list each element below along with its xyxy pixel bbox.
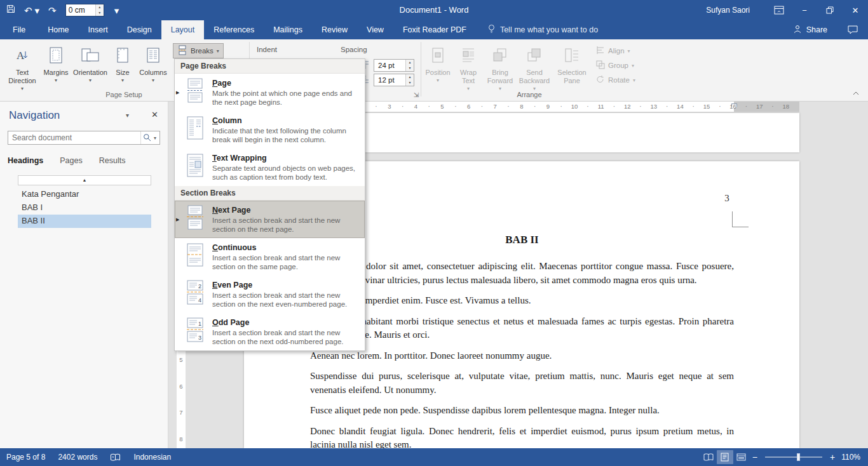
ruler-number: 17	[756, 103, 763, 110]
orientation-button[interactable]: Orientation ▾	[72, 42, 108, 95]
qat-measure-input[interactable]	[66, 4, 95, 16]
nav-tab-pages[interactable]: Pages	[60, 156, 82, 165]
breaks-menu-item-desc: Insert a section break and start the new…	[212, 328, 357, 346]
ribbon-display-options-icon[interactable]	[766, 0, 792, 20]
collapse-ribbon-icon[interactable]	[849, 88, 863, 98]
rotate-label: Rotate	[608, 76, 630, 84]
zoom-slider[interactable]	[765, 456, 822, 458]
spinner-down-icon[interactable]: ▾	[406, 80, 414, 86]
columns-button[interactable]: Columns ▾	[137, 42, 169, 95]
tab-home[interactable]: Home	[38, 20, 78, 39]
navigation-search-box: ▾	[8, 131, 160, 145]
breaks-menu-item-text-wrapping[interactable]: Text Wrapping Separate text around objec…	[175, 149, 365, 186]
minimize-button[interactable]: −	[792, 0, 817, 20]
tab-file[interactable]: File	[0, 20, 38, 39]
nav-tab-headings[interactable]: Headings	[8, 156, 43, 165]
spinner-down-icon[interactable]: ▾	[406, 65, 414, 71]
paragraph: Fusce aliquet pede non pede. Suspendisse…	[310, 404, 734, 418]
navigation-pane-title: Navigation	[9, 109, 60, 122]
ruler-number: 11	[598, 103, 604, 110]
close-button[interactable]: ✕	[843, 0, 868, 20]
web-layout-view-icon[interactable]	[733, 450, 750, 464]
navigation-close-icon[interactable]: ✕	[151, 110, 158, 119]
size-button[interactable]: Size ▾	[109, 42, 136, 95]
paragraph: Aenean nec lorem. In porttitor. Donec la…	[310, 349, 734, 363]
breaks-menu-item-column[interactable]: Column Indicate that the text following …	[175, 111, 365, 149]
zoom-out-button[interactable]: −	[750, 448, 760, 466]
proofing-icon[interactable]	[104, 448, 127, 466]
undo-dropdown-icon[interactable]: ▾	[35, 6, 40, 15]
breaks-label: Breaks	[191, 47, 214, 55]
breaks-menu-item-page[interactable]: ▶ Page Mark the point at which one page …	[175, 74, 365, 111]
zoom-slider-handle[interactable]	[797, 453, 800, 461]
breaks-menu-item-odd-page[interactable]: 13 Odd Page Insert a section break and s…	[175, 313, 365, 350]
qat-customize-icon[interactable]: ▾	[114, 6, 119, 15]
spinner-up-icon[interactable]: ▴	[96, 4, 104, 10]
breaks-menu-item-continuous[interactable]: Continuous Insert a section break and st…	[175, 238, 365, 276]
breaks-menu-item-next-page[interactable]: ▶ Next Page Insert a section break and s…	[175, 201, 365, 238]
spacing-after-field: 12 pt ▴ ▾	[374, 74, 414, 86]
search-input[interactable]	[8, 133, 140, 142]
zoom-in-button[interactable]: +	[827, 448, 837, 466]
tab-design[interactable]: Design	[118, 20, 161, 39]
text-direction-dropdown-icon: ▾	[21, 86, 24, 91]
print-layout-view-icon[interactable]	[717, 450, 733, 464]
align-icon	[596, 46, 605, 56]
nav-heading-bab-1[interactable]: BAB I	[18, 201, 151, 215]
word-count[interactable]: 2402 words	[51, 448, 104, 466]
nav-heading-bab-2[interactable]: BAB II	[18, 215, 151, 228]
tab-view[interactable]: View	[357, 20, 393, 39]
spinner-up-icon[interactable]: ▴	[406, 60, 414, 65]
breaks-menu-item-desc: Insert a section break and start the new…	[212, 216, 357, 234]
tab-references[interactable]: References	[204, 20, 264, 39]
breaks-dropdown-menu: Page Breaks ▶ Page Mark the point at whi…	[174, 58, 365, 351]
breaks-menu-item-title: Page	[212, 79, 357, 88]
spinner-down-icon[interactable]: ▾	[96, 10, 104, 16]
breaks-menu-item-desc: Separate text around objects on web page…	[212, 164, 357, 182]
tab-review[interactable]: Review	[312, 20, 357, 39]
collapse-triangle-icon: ▲	[83, 177, 87, 183]
signed-in-user[interactable]: Sufyan Saori	[706, 6, 750, 15]
share-button[interactable]: Share	[783, 20, 837, 39]
page-indicator[interactable]: Page 5 of 8	[0, 448, 51, 466]
spacing-before-value[interactable]: 24 pt	[374, 60, 405, 71]
nav-heading-kata-pengantar[interactable]: Kata Pengantar	[18, 188, 151, 201]
search-icon[interactable]	[143, 133, 151, 143]
tab-foxit-reader-pdf[interactable]: Foxit Reader PDF	[393, 20, 476, 39]
quick-access-toolbar: ↶ ▾ ↷ ▴ ▾ ▾	[6, 0, 119, 20]
bring-forward-button: Bring Forward ▾	[484, 42, 516, 95]
comment-bubble-icon[interactable]	[837, 20, 868, 39]
ruler-tick: ·	[534, 103, 536, 110]
tab-mailings[interactable]: Mailings	[264, 20, 312, 39]
tell-me-box[interactable]: Tell me what you want to do	[478, 20, 607, 39]
text-direction-button[interactable]: A Text Direction ▾	[5, 42, 39, 95]
qat-measure-field: ▴ ▾	[65, 4, 104, 17]
language-indicator[interactable]: Indonesian	[127, 448, 177, 466]
breaks-button[interactable]: Breaks ▾	[173, 43, 224, 58]
navigation-options-icon[interactable]: ▾	[126, 112, 129, 119]
send-backward-icon	[526, 44, 543, 66]
nav-tab-results[interactable]: Results	[99, 156, 126, 165]
margins-button[interactable]: Margins ▾	[41, 42, 71, 95]
zoom-level[interactable]: 110%	[837, 453, 868, 462]
selection-pane-label: Selection Pane	[554, 69, 590, 85]
read-mode-view-icon[interactable]	[700, 450, 717, 464]
restore-button[interactable]	[817, 0, 843, 20]
tab-layout[interactable]: Layout	[161, 20, 205, 39]
save-icon[interactable]	[6, 4, 15, 16]
search-dropdown-icon[interactable]: ▾	[154, 135, 156, 141]
spinner-up-icon[interactable]: ▴	[406, 74, 414, 80]
tab-insert[interactable]: Insert	[79, 20, 118, 39]
margins-dropdown-icon: ▾	[55, 77, 57, 83]
paragraph-dialog-launcher-icon[interactable]: ⇲	[412, 90, 421, 99]
breaks-menu-item-title: Continuous	[212, 243, 357, 252]
redo-button[interactable]: ↷	[48, 6, 57, 15]
undo-button[interactable]: ↶	[24, 6, 32, 15]
breaks-menu-item-even-page[interactable]: 24 Even Page Insert a section break and …	[175, 276, 365, 313]
heading-collapse-box[interactable]: ▲	[18, 175, 151, 185]
ruler-number: 16	[729, 103, 736, 110]
breaks-menu-item-title: Even Page	[212, 281, 357, 290]
breaks-dropdown-icon: ▾	[217, 48, 219, 54]
breaks-menu-item-desc: Indicate that the text following the col…	[212, 126, 357, 144]
spacing-after-value[interactable]: 12 pt	[374, 74, 405, 86]
